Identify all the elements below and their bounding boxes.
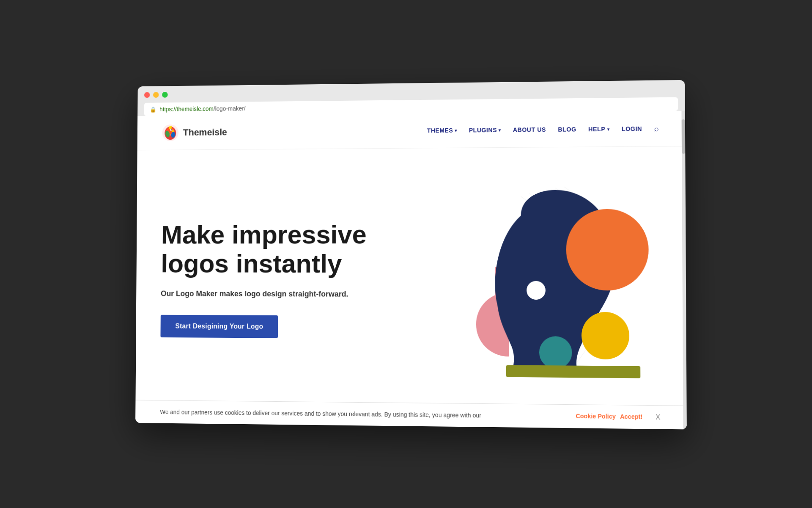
page-wrapper: Themeisle THEMES ▾ PLUGINS ▾ ABOUT US — [135, 111, 687, 430]
cookie-links: Cookie Policy Accept! X — [576, 413, 660, 422]
navbar: Themeisle THEMES ▾ PLUGINS ▾ ABOUT US — [137, 111, 686, 151]
svg-point-14 — [527, 281, 546, 300]
hero-content: Make impressive logos instantly Our Logo… — [160, 221, 376, 339]
close-button[interactable] — [144, 92, 150, 98]
nav-help[interactable]: HELP ▾ — [588, 126, 609, 133]
nav-plugins[interactable]: PLUGINS ▾ — [469, 127, 501, 134]
logo-text: Themeisle — [183, 127, 227, 138]
browser-window: 🔒 https://themeisle.com/logo-maker/ — [135, 80, 687, 429]
url-protocol: https:// — [159, 106, 177, 113]
chevron-down-icon: ▾ — [607, 127, 609, 131]
logo-icon — [162, 124, 179, 141]
fullscreen-button[interactable] — [162, 92, 168, 98]
traffic-lights — [144, 86, 678, 98]
url-path: /logo-maker/ — [214, 105, 246, 112]
cookie-bar: We and our partners use cookies to deliv… — [135, 400, 687, 430]
nav-themes[interactable]: THEMES ▾ — [427, 127, 457, 134]
cookie-accept-button[interactable]: Accept! — [620, 413, 642, 421]
chevron-down-icon: ▾ — [499, 127, 501, 132]
search-icon[interactable]: ⌕ — [654, 124, 659, 133]
nav-links: THEMES ▾ PLUGINS ▾ ABOUT US BLOG HELP — [427, 124, 659, 135]
url-display: https://themeisle.com/logo-maker/ — [159, 105, 245, 113]
nav-blog[interactable]: BLOG — [558, 126, 576, 133]
nav-login[interactable]: LOGIN — [622, 125, 642, 133]
hero-section: Make impressive logos instantly Our Logo… — [135, 146, 686, 406]
svg-point-16 — [539, 336, 572, 369]
minimize-button[interactable] — [153, 92, 159, 98]
lock-icon: 🔒 — [150, 106, 156, 113]
logo-area[interactable]: Themeisle — [162, 124, 227, 141]
illustration-svg — [436, 181, 660, 379]
svg-point-15 — [582, 312, 630, 360]
hero-subtitle: Our Logo Maker makes logo design straigh… — [161, 289, 376, 298]
page-content: Themeisle THEMES ▾ PLUGINS ▾ ABOUT US — [135, 111, 687, 430]
nav-about[interactable]: ABOUT US — [513, 126, 546, 133]
url-domain: themeisle.com — [177, 105, 214, 113]
chevron-down-icon: ▾ — [455, 128, 457, 133]
svg-rect-17 — [506, 365, 641, 378]
cookie-text: We and our partners use cookies to deliv… — [160, 409, 481, 419]
cookie-policy-link[interactable]: Cookie Policy — [576, 413, 616, 421]
hero-title: Make impressive logos instantly — [161, 221, 376, 278]
cookie-close-button[interactable]: X — [656, 414, 660, 422]
svg-point-13 — [566, 209, 649, 290]
scrollbar-thumb[interactable] — [682, 119, 686, 154]
hero-illustration — [436, 181, 660, 379]
browser-chrome: 🔒 https://themeisle.com/logo-maker/ — [137, 80, 685, 116]
cta-button[interactable]: Start Desigining Your Logo — [160, 315, 278, 338]
